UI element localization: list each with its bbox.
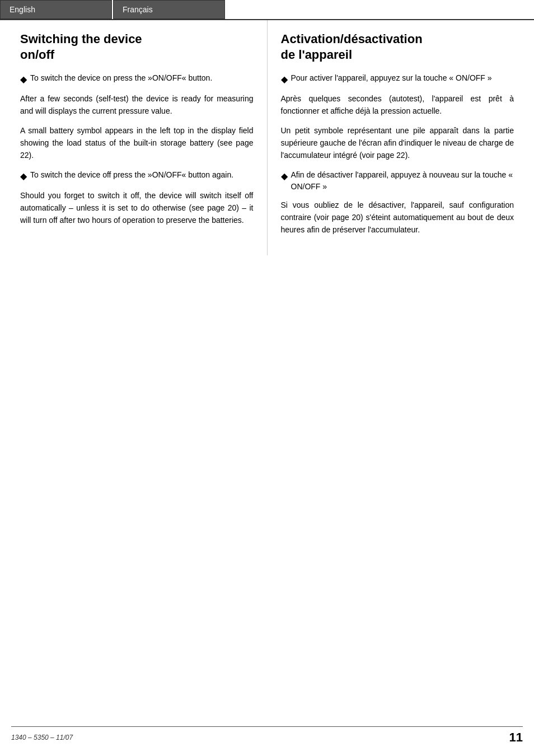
page-container: English Français Switching the device on…: [0, 0, 534, 756]
diamond-icon-3: ◆: [281, 73, 288, 86]
francais-bullet-1-text: Pour activer l'appareil, appuyez sur la …: [291, 72, 514, 84]
english-para-2: A small battery symbol appears in the le…: [20, 125, 254, 161]
english-para-3: Should you forget to switch it off, the …: [20, 190, 254, 226]
tab-francais[interactable]: Français: [113, 0, 225, 19]
francais-para-1: Après quelques secondes (autotest), l'ap…: [281, 93, 514, 117]
francais-para-2: Un petit symbole représentant une pile a…: [281, 125, 514, 161]
tab-francais-label: Français: [123, 5, 153, 14]
footer-reference: 1340 – 5350 – 11/07: [11, 734, 73, 741]
footer-page-number: 11: [509, 730, 523, 745]
diamond-icon-4: ◆: [281, 170, 288, 183]
column-english: Switching the device on/off ◆ To switch …: [11, 20, 268, 255]
diamond-icon-1: ◆: [20, 73, 27, 86]
english-bullet-2: ◆ To switch the device off press the »ON…: [20, 169, 254, 183]
content-area: Switching the device on/off ◆ To switch …: [0, 20, 534, 255]
english-heading: Switching the device on/off: [20, 31, 254, 62]
english-para-1: After a few seconds (self-test) the devi…: [20, 93, 254, 117]
page-footer: 1340 – 5350 – 11/07 11: [11, 726, 523, 745]
francais-bullet-1: ◆ Pour activer l'appareil, appuyez sur l…: [281, 72, 514, 86]
tab-english-label: English: [10, 5, 35, 14]
english-bullet-1: ◆ To switch the device on press the »ON/…: [20, 72, 254, 86]
francais-bullet-2: ◆ Afin de désactiver l'appareil, appuyez…: [281, 169, 514, 193]
francais-para-3: Si vous oubliez de le désactiver, l'appa…: [281, 199, 514, 236]
francais-bullet-2-text: Afin de désactiver l'appareil, appuyez à…: [291, 169, 514, 193]
english-bullet-2-text: To switch the device off press the »ON/O…: [30, 169, 254, 181]
diamond-icon-2: ◆: [20, 170, 27, 183]
header-tabs: English Français: [0, 0, 534, 20]
column-francais: Activation/désactivation de l'appareil ◆…: [268, 20, 523, 255]
tab-english[interactable]: English: [0, 0, 112, 19]
english-bullet-1-text: To switch the device on press the »ON/OF…: [30, 72, 254, 84]
francais-heading: Activation/désactivation de l'appareil: [281, 31, 514, 62]
